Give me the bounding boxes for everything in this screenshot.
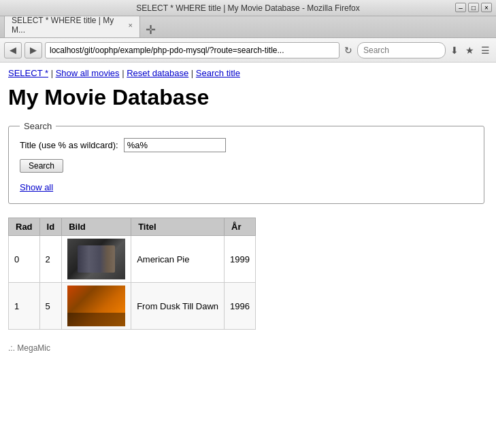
footer: .:. MegaMic [8, 343, 488, 353]
movies-table: Rad Id Bild Titel År 0 2 American Pie 19… [8, 218, 256, 330]
navbar: ◀ ▶ ↻ ⬇ ★ ☰ [0, 38, 496, 63]
bookmark-icon[interactable]: ★ [463, 45, 476, 56]
minimize-btn[interactable]: – [455, 3, 466, 12]
cell-bild [62, 236, 131, 283]
show-all-link[interactable]: Show all [20, 182, 473, 192]
page-title: My Movie Database [8, 85, 488, 110]
table-row: 0 2 American Pie 1999 [9, 236, 256, 283]
menu-icon[interactable]: ☰ [479, 45, 492, 56]
col-bild: Bild [62, 218, 131, 236]
cell-titel: From Dusk Till Dawn [131, 283, 225, 330]
cell-ar: 1999 [225, 236, 256, 283]
cell-id: 5 [39, 283, 62, 330]
cell-bild [62, 283, 131, 330]
back-button[interactable]: ◀ [4, 42, 22, 58]
sep1: | [48, 68, 56, 78]
download-icon[interactable]: ⬇ [448, 45, 461, 56]
sep3: | [188, 68, 196, 78]
movie-thumbnail [67, 286, 125, 326]
cell-ar: 1996 [225, 283, 256, 330]
reset-database-link[interactable]: Reset database [127, 68, 188, 78]
col-rad: Rad [9, 218, 40, 236]
cell-rad: 0 [9, 236, 40, 283]
window-title: SELECT * WHERE title | My Movie Database… [136, 3, 359, 13]
sep2: | [120, 68, 127, 78]
back-icon: ◀ [10, 45, 16, 55]
cell-titel: American Pie [131, 236, 225, 283]
new-tab-button[interactable]: ✛ [143, 22, 159, 37]
footer-text: .:. MegaMic [8, 343, 50, 353]
tab-label: SELECT * WHERE title | My M... [12, 16, 125, 35]
browser-search-input[interactable] [357, 42, 446, 58]
search-button[interactable]: Search [20, 159, 63, 173]
browser-titlebar: SELECT * WHERE title | My Movie Database… [0, 0, 496, 16]
search-fieldset: Search Title (use % as wildcard): Search… [8, 121, 484, 204]
search-row: Title (use % as wildcard): [20, 138, 473, 152]
forward-button[interactable]: ▶ [24, 42, 42, 58]
title-input[interactable] [124, 138, 226, 152]
address-bar[interactable] [45, 42, 340, 58]
forward-icon: ▶ [30, 45, 37, 55]
table-row: 1 5 From Dusk Till Dawn 1996 [9, 283, 256, 330]
breadcrumb: SELECT * | Show all movies | Reset datab… [8, 68, 488, 78]
search-legend: Search [20, 121, 56, 131]
window-controls[interactable]: – □ × [455, 3, 492, 12]
col-ar: År [225, 218, 256, 236]
close-btn[interactable]: × [481, 3, 492, 12]
reload-button[interactable]: ↻ [342, 45, 354, 56]
maximize-btn[interactable]: □ [468, 3, 479, 12]
select-link[interactable]: SELECT * [8, 68, 48, 78]
reload-icon: ↻ [344, 45, 352, 56]
cell-rad: 1 [9, 283, 40, 330]
movie-thumbnail [67, 239, 125, 279]
table-header-row: Rad Id Bild Titel År [9, 218, 256, 236]
col-id: Id [39, 218, 62, 236]
show-all-movies-link[interactable]: Show all movies [56, 68, 120, 78]
col-titel: Titel [131, 218, 225, 236]
cell-id: 2 [39, 236, 62, 283]
title-label: Title (use % as wildcard): [20, 140, 118, 150]
search-title-link[interactable]: Search title [196, 68, 240, 78]
page-content: SELECT * | Show all movies | Reset datab… [0, 63, 496, 443]
tabbar: SELECT * WHERE title | My M... × ✛ [0, 16, 496, 38]
tab-close-btn[interactable]: × [129, 21, 133, 29]
